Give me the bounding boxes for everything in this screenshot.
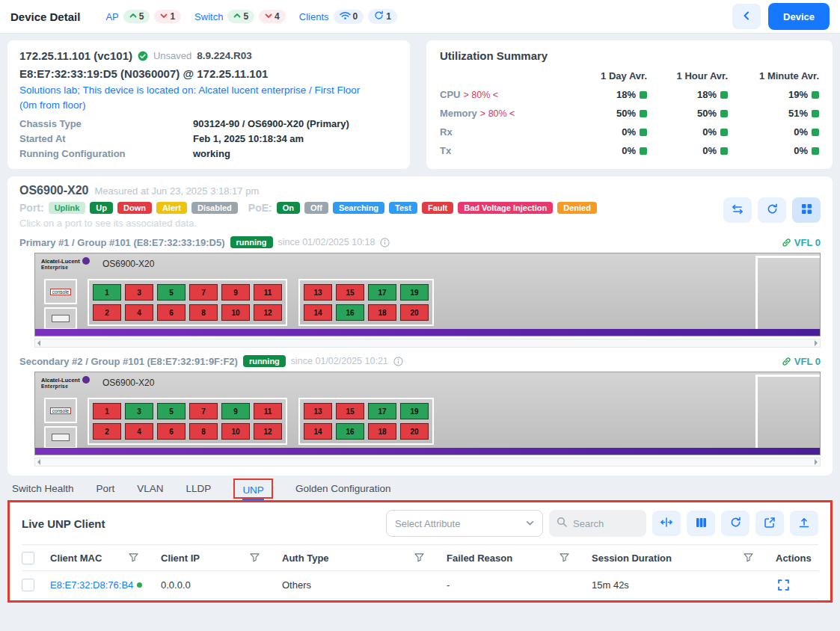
- tab-golden-configuration[interactable]: Golden Configuration: [295, 483, 391, 494]
- row-checkbox[interactable]: [22, 579, 34, 591]
- port-13[interactable]: 13: [304, 284, 332, 301]
- port-9[interactable]: 9: [221, 403, 250, 419]
- device-button[interactable]: Device: [768, 3, 830, 30]
- fit-columns-button[interactable]: [652, 511, 681, 536]
- device-location-link[interactable]: Solutions lab; This device is located on…: [19, 83, 371, 112]
- port-8[interactable]: 8: [189, 304, 218, 321]
- column-header-auth-type[interactable]: Auth Type: [282, 552, 447, 564]
- filter-icon[interactable]: [560, 553, 569, 562]
- usb-port[interactable]: [44, 426, 77, 449]
- vfl-link[interactable]: VFL 0: [782, 237, 821, 248]
- port-6[interactable]: 6: [157, 304, 186, 321]
- port-14[interactable]: 14: [304, 304, 332, 321]
- port-17[interactable]: 17: [368, 403, 396, 419]
- scroll-right-icon[interactable]: [815, 340, 818, 346]
- column-header-failed-reason[interactable]: Failed Reason: [447, 552, 592, 564]
- port-4[interactable]: 4: [125, 423, 153, 440]
- port-10[interactable]: 10: [221, 423, 250, 440]
- scroll-right-icon[interactable]: [815, 459, 818, 465]
- port-9[interactable]: 9: [221, 284, 250, 301]
- info-icon[interactable]: [380, 238, 390, 247]
- refresh-chassis-button[interactable]: [758, 197, 786, 223]
- port-16[interactable]: 16: [336, 423, 364, 440]
- chassis-scrollbar[interactable]: [34, 339, 821, 348]
- metric-name: Rx: [440, 126, 453, 138]
- port-5[interactable]: 5: [157, 284, 186, 301]
- tab-lldp[interactable]: LLDP: [186, 483, 212, 494]
- port-1[interactable]: 1: [93, 403, 121, 419]
- filter-icon[interactable]: [744, 553, 753, 562]
- port-3[interactable]: 3: [125, 403, 153, 419]
- port-6[interactable]: 6: [157, 423, 186, 440]
- refresh-table-button[interactable]: [721, 511, 749, 536]
- scroll-left-icon[interactable]: [37, 340, 40, 346]
- filter-icon[interactable]: [250, 553, 260, 562]
- port-view-button[interactable]: [792, 197, 821, 223]
- clients-label[interactable]: Clients: [299, 11, 329, 22]
- port-7[interactable]: 7: [189, 284, 218, 301]
- port-14[interactable]: 14: [304, 423, 332, 440]
- scroll-left-icon[interactable]: [37, 459, 40, 465]
- port-17[interactable]: 17: [368, 284, 396, 301]
- vfl-link[interactable]: VFL 0: [782, 356, 821, 367]
- open-in-new-button[interactable]: [755, 511, 784, 536]
- info-icon[interactable]: [393, 357, 403, 366]
- port-19[interactable]: 19: [400, 284, 429, 301]
- port-13[interactable]: 13: [304, 403, 332, 419]
- port-11[interactable]: 11: [254, 284, 282, 301]
- column-header-actions[interactable]: Actions: [776, 552, 834, 564]
- roaming-clients-badge[interactable]: 1: [368, 9, 397, 24]
- column-settings-button[interactable]: [687, 511, 715, 536]
- select-all-checkbox[interactable]: [22, 552, 34, 564]
- unp-table: Client MACClient IPAuth TypeFailed Reaso…: [22, 544, 818, 599]
- tab-vlan[interactable]: VLAN: [137, 483, 163, 494]
- port-12[interactable]: 12: [254, 304, 282, 321]
- wireless-clients-badge[interactable]: 0: [334, 10, 364, 24]
- filter-icon[interactable]: [414, 553, 424, 562]
- client-mac-link[interactable]: E8:E7:32:D8:76:B4: [50, 579, 133, 591]
- ap-label[interactable]: AP: [105, 11, 118, 22]
- tab-switch-health[interactable]: Switch Health: [12, 483, 74, 494]
- switch-down-badge[interactable]: 4: [259, 10, 286, 23]
- port-3[interactable]: 3: [125, 284, 153, 301]
- port-15[interactable]: 15: [336, 284, 364, 301]
- column-header-client-mac[interactable]: Client MAC: [50, 552, 161, 564]
- chassis-scrollbar[interactable]: [34, 458, 821, 467]
- port-7[interactable]: 7: [189, 403, 218, 419]
- collapse-panel-button[interactable]: [732, 4, 761, 29]
- attribute-select[interactable]: Select Attribute: [386, 510, 543, 537]
- port-15[interactable]: 15: [336, 403, 364, 419]
- ap-up-badge[interactable]: 5: [123, 10, 150, 23]
- switch-label[interactable]: Switch: [194, 11, 223, 22]
- ap-down-badge[interactable]: 1: [154, 10, 181, 23]
- port-20[interactable]: 20: [400, 423, 429, 440]
- port-2[interactable]: 2: [93, 423, 121, 440]
- expand-row-button[interactable]: [776, 577, 791, 593]
- console-port[interactable]: console: [44, 279, 77, 304]
- port-16[interactable]: 16: [336, 304, 364, 321]
- usb-port[interactable]: [44, 307, 77, 330]
- port-20[interactable]: 20: [400, 304, 429, 321]
- tab-port[interactable]: Port: [96, 483, 115, 494]
- port-2[interactable]: 2: [93, 304, 121, 321]
- search-input[interactable]: [571, 517, 636, 530]
- port-11[interactable]: 11: [254, 403, 282, 419]
- port-8[interactable]: 8: [189, 423, 218, 440]
- column-header-client-ip[interactable]: Client IP: [161, 552, 282, 564]
- port-18[interactable]: 18: [368, 304, 396, 321]
- port-5[interactable]: 5: [157, 403, 186, 419]
- search-box[interactable]: [549, 510, 646, 537]
- port-10[interactable]: 10: [221, 304, 250, 321]
- tab-unp[interactable]: UNP: [242, 484, 264, 500]
- console-port[interactable]: console: [44, 398, 77, 423]
- port-4[interactable]: 4: [125, 304, 153, 321]
- switch-up-badge[interactable]: 5: [227, 10, 254, 23]
- compare-view-button[interactable]: [723, 197, 752, 223]
- port-18[interactable]: 18: [368, 423, 396, 440]
- port-19[interactable]: 19: [400, 403, 429, 419]
- filter-icon[interactable]: [129, 553, 138, 562]
- column-header-session-duration[interactable]: Session Duration: [592, 552, 776, 564]
- port-1[interactable]: 1: [93, 284, 121, 301]
- export-button[interactable]: [790, 511, 818, 536]
- port-12[interactable]: 12: [254, 423, 282, 440]
